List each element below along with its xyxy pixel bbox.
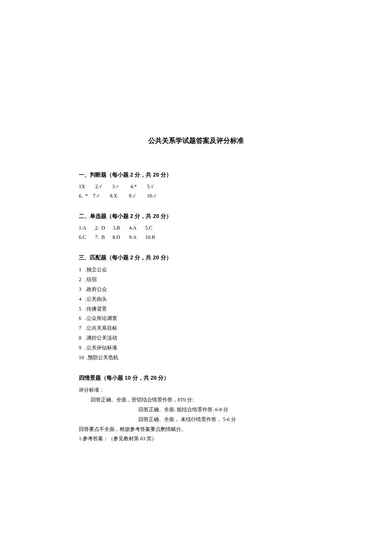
list-item: 5 .传播背景 <box>79 304 313 314</box>
scoring-line: 回答要点不全面，根据参考答案要点酌情赋分。 <box>79 424 313 434</box>
scoring-line: 回答正确、全面. 能结合情景作答. 6-8 分 <box>79 405 313 415</box>
page-content: 公共关系学试题答案及评分标准 一、判断题（每小题 2 分，共 20 分） 1X … <box>79 137 313 456</box>
section4-header: 四情景题（每小题 10 分，共 20 分） <box>79 374 313 382</box>
section-scenario: 四情景题（每小题 10 分，共 20 分） 评分标准： 回答正确、全面，密切结合… <box>79 374 313 444</box>
list-item: 7 .公共关系目标 <box>79 323 313 333</box>
scoring-line: 回答正确、全面，密切结合情景作答，8T0 分: <box>79 395 313 405</box>
section1-header: 一、判断题（每小题 2 分，共 20 分） <box>79 171 313 179</box>
section-judgement: 一、判断题（每小题 2 分，共 20 分） 1X 2.√ 3.× 4.* 5.√… <box>79 171 313 200</box>
section1-row1: 1X 2.√ 3.× 4.* 5.√ <box>79 182 313 192</box>
list-item: 2 .信宿 <box>79 275 313 285</box>
scoring-label: 评分标准： <box>79 385 313 395</box>
document-title: 公共关系学试题答案及评分标准 <box>79 137 313 145</box>
section3-header: 三、匹配题（每小题 2 分，共 20 分） <box>79 254 313 262</box>
list-item: 10 .预防公关危机 <box>79 353 313 363</box>
section-matching: 三、匹配题（每小题 2 分，共 20 分） 1 .独立公众 2 .信宿 3 .政… <box>79 254 313 362</box>
list-item: 4 .公关由头 <box>79 294 313 304</box>
list-item: 9 .公关评估标准 <box>79 343 313 353</box>
list-item: 1 .独立公众 <box>79 265 313 275</box>
list-item: 8 .调控公关活动 <box>79 333 313 343</box>
section2-row1: 1.A 2. D 3.B 4.A 5.C <box>79 224 313 233</box>
list-item: 3 .政府公众 <box>79 285 313 294</box>
section1-row2: 6. * 7.× 8.X 9.√ 10.√ <box>79 192 313 201</box>
section2-row2: 6.C 7. B 8.D 9.A 10.B <box>79 233 313 242</box>
list-item: 6 .公众舆论调查 <box>79 314 313 323</box>
reference-answer: 1.参考答案：（参见教材第 63 页） <box>79 434 313 444</box>
section-single-choice: 二、单选题（每小题 2 分，共 20 分） 1.A 2. D 3.B 4.A 5… <box>79 212 313 242</box>
section2-header: 二、单选题（每小题 2 分，共 20 分） <box>79 212 313 220</box>
scoring-line: 回答正确、全面， 未结仆情景作答， 5-6 分 <box>79 415 313 424</box>
